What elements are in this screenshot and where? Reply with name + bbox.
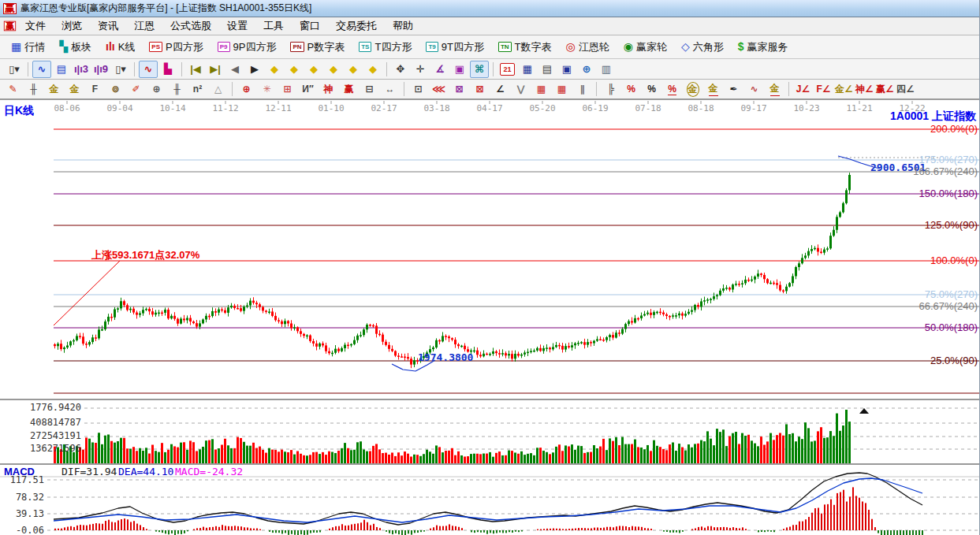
quote-button[interactable]: ▦行情 xyxy=(5,38,51,57)
nav-first-button[interactable]: |◀ xyxy=(186,61,205,78)
menu-item-9[interactable]: 帮助 xyxy=(386,17,420,35)
box-rays2-tool[interactable]: ⊠ xyxy=(470,81,490,97)
ray-fan-tool[interactable]: ⋘ xyxy=(429,81,449,97)
f-comb-tool[interactable]: F xyxy=(85,81,105,97)
gold-circle-tool[interactable]: 金 xyxy=(683,81,702,97)
p-square-button[interactable]: PSP四方形 xyxy=(143,38,209,57)
menu-item-2[interactable]: 资讯 xyxy=(91,17,125,35)
menu-item-4[interactable]: 公式选股 xyxy=(163,17,218,35)
nine-t-square-button[interactable]: T99T四方形 xyxy=(419,38,490,57)
angle-mirror-tool[interactable]: △ xyxy=(208,81,228,97)
diamond-star-button[interactable]: ◆ xyxy=(344,61,363,78)
diamond-left-button[interactable]: ◆ xyxy=(265,61,284,78)
service-button[interactable]: $赢家服务 xyxy=(732,38,795,57)
menu-item-5[interactable]: 设置 xyxy=(220,17,255,35)
comb-tool[interactable]: ╫ xyxy=(24,81,43,97)
t-number-button[interactable]: TNT数字表 xyxy=(492,38,558,57)
nav-prev-button[interactable]: ◀ xyxy=(225,61,244,78)
j-angle-tool[interactable]: J∠ xyxy=(793,81,813,97)
gann-wheel-button[interactable]: ◎江恩轮 xyxy=(560,38,616,57)
nine-p-square-button[interactable]: P99P四方形 xyxy=(211,38,283,57)
compass-tool[interactable]: ⊕ xyxy=(147,81,166,97)
box-rays-tool[interactable]: ⊠ xyxy=(449,81,469,97)
save-button[interactable]: ▣ xyxy=(557,61,576,78)
target-tool[interactable]: ⊕ xyxy=(237,81,256,97)
chart-canvas[interactable]: 日K线 1A0001 上证指数 上涨593.1671点32.07% 1974.3… xyxy=(0,99,980,535)
gold-angle-tool[interactable]: 金∠ xyxy=(834,81,854,97)
slash-lines-icon: ∥ xyxy=(580,84,585,95)
gold-level-tool[interactable]: 金 xyxy=(703,81,723,97)
nav-last-button[interactable]: ▶| xyxy=(206,61,225,78)
kline-button[interactable]: ılıK线 xyxy=(99,38,141,57)
win-comb-tool[interactable]: 赢 xyxy=(339,81,359,97)
price-scale-tool[interactable]: ╠ xyxy=(601,81,620,97)
n2-tool[interactable]: n² xyxy=(188,81,207,97)
diamond-compress-button[interactable]: ◆ xyxy=(304,61,323,78)
slash-lines-tool[interactable]: ∥ xyxy=(572,81,592,97)
hexagon-button[interactable]: ◇六角形 xyxy=(675,38,730,57)
network-button[interactable]: ⊕ xyxy=(577,61,596,78)
angle-measure-button[interactable]: ∡ xyxy=(430,61,449,78)
four-angle-tool[interactable]: 四∠ xyxy=(896,81,915,97)
menu-item-1[interactable]: 浏览 xyxy=(54,17,89,35)
menu-item-0[interactable]: 文件 xyxy=(18,17,53,35)
red-zigzag-button[interactable]: ∿ xyxy=(139,61,158,78)
diamond-expand-button[interactable]: ◆ xyxy=(363,61,382,78)
smart-brain-button[interactable]: ⌘ xyxy=(470,61,489,78)
notepad-button[interactable]: ▤ xyxy=(538,61,557,78)
f-angle-tool[interactable]: F∠ xyxy=(814,81,833,97)
wave-channel-tool[interactable]: ∿ xyxy=(744,81,764,97)
gold-underline-tool[interactable]: 金 xyxy=(765,81,784,97)
box-pin-tool[interactable]: ⊡ xyxy=(408,81,428,97)
menu-item-8[interactable]: 交易委托 xyxy=(329,17,384,35)
diamond-split-button[interactable]: ◆ xyxy=(324,61,343,78)
gann-box-button[interactable]: ▣ xyxy=(450,61,469,78)
bars-9-button[interactable]: ı|ı9 xyxy=(91,61,110,78)
percent-slash-tool[interactable]: % xyxy=(621,81,641,97)
marker-pen-tool[interactable]: ✒ xyxy=(724,81,743,97)
brush-ruler-tool[interactable]: ✐ xyxy=(126,81,146,97)
percent-level-tool[interactable]: % xyxy=(662,81,682,97)
gold-comb2-tool[interactable]: 金 xyxy=(65,81,84,97)
plain-comb-tool[interactable]: ╫ xyxy=(167,81,187,97)
menu-item-3[interactable]: 江恩 xyxy=(127,17,162,35)
angle-lines-tool[interactable]: ∠ xyxy=(490,81,510,97)
winner-wheel-button[interactable]: ◉赢家轮 xyxy=(617,38,673,57)
gold-comb-tool[interactable]: 金 xyxy=(44,81,64,97)
kline-style-button[interactable]: ▯▾ xyxy=(5,61,24,78)
sector-button[interactable]: ▚板块 xyxy=(53,38,98,57)
width-arrow-tool[interactable]: ↔ xyxy=(380,81,400,97)
god-angle-tool[interactable]: 神∠ xyxy=(855,81,874,97)
menu-item-7[interactable]: 窗口 xyxy=(293,17,327,35)
win-angle-tool[interactable]: 赢∠ xyxy=(875,81,895,97)
menu-item-6[interactable]: 工具 xyxy=(256,17,291,35)
god-comb-tool[interactable]: 神 xyxy=(319,81,338,97)
web-grid-tool[interactable]: ⊞ xyxy=(278,81,297,97)
bars-3-button[interactable]: ı|ı3 xyxy=(72,61,91,78)
calculator-button[interactable]: ▦ xyxy=(518,61,537,78)
brush-tool[interactable]: ✎ xyxy=(3,81,23,97)
percent-tool[interactable]: % xyxy=(642,81,661,97)
candle-style2-button[interactable]: ▯▾ xyxy=(111,61,130,78)
spiral-tool[interactable]: ⊚ xyxy=(106,81,125,97)
title-bar[interactable]: 赢 赢家江恩专业版[赢家内部服务平台] - [上证指数 SH1A0001-355… xyxy=(0,0,980,17)
crosshair-button[interactable]: ✛ xyxy=(411,61,430,78)
web-star-tool[interactable]: ✳ xyxy=(257,81,277,97)
red-grid-tool[interactable]: ▦ xyxy=(531,81,551,97)
ruler-123-tool[interactable]: ⊟ xyxy=(360,81,379,97)
note-view-button[interactable]: ▤ xyxy=(52,61,71,78)
ts-box-icon: TS xyxy=(359,42,371,52)
t-square-button[interactable]: TST四方形 xyxy=(352,38,418,57)
p-number-button[interactable]: PNP数字表 xyxy=(284,38,351,57)
terminal-button[interactable]: ▥ xyxy=(597,61,616,78)
k-mark-tool[interactable]: И″ xyxy=(298,81,318,97)
period-label[interactable]: 日K线 xyxy=(4,104,34,118)
histogram-button[interactable]: ▙ xyxy=(158,61,177,78)
diamond-right-button[interactable]: ◆ xyxy=(285,61,304,78)
red-grid-arrow-tool[interactable]: ▦ xyxy=(552,81,572,97)
nav-next-button[interactable]: ▶ xyxy=(245,61,264,78)
v-lines-tool[interactable]: ⋁ xyxy=(511,81,531,97)
calendar-button[interactable]: 21 xyxy=(500,63,515,76)
pan-hand-button[interactable]: ✥ xyxy=(391,61,410,78)
zigzag-view-button[interactable]: ∿ xyxy=(32,61,51,78)
